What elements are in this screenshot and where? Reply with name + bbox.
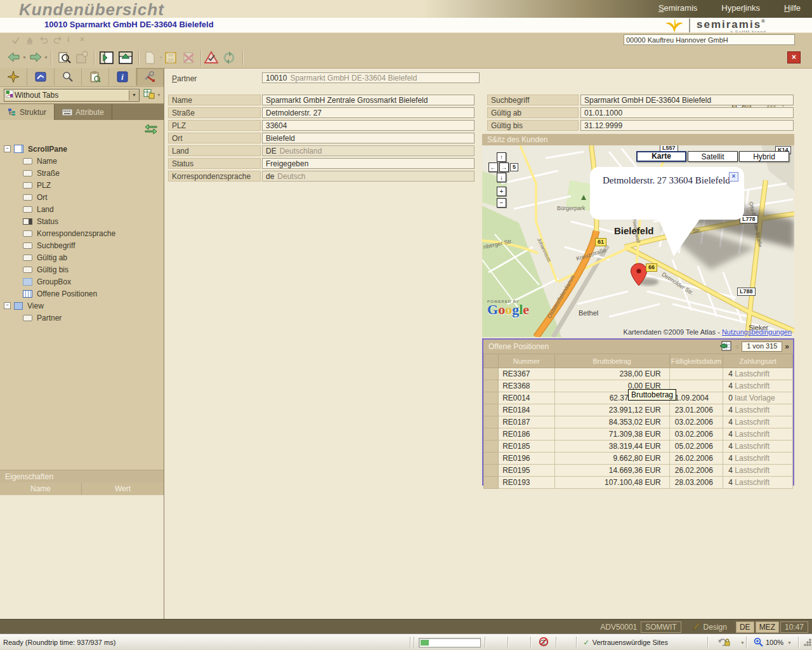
tree-item-gueltig-bis[interactable]: Gültig bis bbox=[0, 263, 164, 275]
tree-item-partner[interactable]: Partner bbox=[0, 312, 164, 324]
map-type-hybrid-button[interactable]: Hybrid bbox=[739, 151, 789, 162]
tab-search-icon[interactable] bbox=[55, 68, 82, 86]
status-language[interactable]: DE bbox=[736, 621, 754, 633]
table-row[interactable]: RE018538.319,44 EUR05.02.20064 Lastschri… bbox=[484, 441, 793, 453]
swap-icon[interactable] bbox=[145, 124, 157, 136]
export-table-icon[interactable] bbox=[719, 341, 731, 353]
tree-item-name[interactable]: Name bbox=[0, 155, 164, 167]
validate-button[interactable] bbox=[204, 51, 218, 65]
info-icon[interactable]: i bbox=[67, 35, 69, 44]
tree-item-strasse[interactable]: Straße bbox=[0, 167, 164, 179]
new-document-button[interactable] bbox=[143, 51, 156, 65]
menu-semiramis[interactable]: Semiramis bbox=[658, 3, 697, 13]
refresh-button[interactable] bbox=[222, 51, 236, 65]
menu-hilfe[interactable]: Hilfe bbox=[784, 3, 801, 13]
dock-left-button[interactable] bbox=[99, 51, 114, 65]
dock-top-button[interactable] bbox=[118, 51, 133, 65]
preview-button[interactable] bbox=[57, 51, 71, 65]
row-selector-header[interactable] bbox=[484, 354, 499, 368]
tree-item-groupbox[interactable]: GroupBox bbox=[0, 275, 164, 288]
table-row[interactable]: RE01969.662,80 EUR26.02.20064 Lastschrif… bbox=[484, 453, 793, 465]
layout-dropdown-icon[interactable]: ▼ bbox=[157, 93, 161, 97]
delete-button[interactable] bbox=[181, 51, 195, 65]
plz-field[interactable]: 33604 bbox=[262, 120, 475, 131]
status-field[interactable]: Freigegeben bbox=[262, 158, 475, 169]
tab-struktur[interactable]: Struktur bbox=[0, 104, 55, 120]
tab-tools-icon[interactable] bbox=[136, 68, 164, 86]
col-bruttobetrag[interactable]: Bruttobetrag bbox=[554, 354, 669, 368]
map-panel[interactable]: Bürgerpark Bethel Sieker Ostwestfalendam… bbox=[482, 145, 794, 337]
redo-icon[interactable] bbox=[53, 36, 62, 44]
back-dropdown-icon[interactable]: ▼ bbox=[22, 55, 27, 60]
tree-item-land[interactable]: Land bbox=[0, 203, 164, 215]
zoom-icon[interactable] bbox=[754, 637, 763, 648]
resize-grip[interactable] bbox=[803, 638, 812, 647]
tab-clipboard-icon[interactable] bbox=[82, 68, 109, 86]
name-field[interactable]: Sparmarkt GmbH Zentrale Grossmarkt Biele… bbox=[262, 95, 475, 105]
pager-position[interactable]: 1 von 315 bbox=[742, 342, 782, 352]
col-nummer[interactable]: Nummer bbox=[499, 354, 555, 368]
col-faelligkeitsdatum[interactable]: Fälligkeitsdatum bbox=[669, 354, 723, 368]
table-row[interactable]: RE0193107.100,48 EUR28.03.20064 Lastschr… bbox=[484, 477, 793, 489]
new-dropdown-icon[interactable]: ▼ bbox=[159, 55, 163, 60]
pan-left-button[interactable]: ← bbox=[488, 162, 498, 172]
close-window-button[interactable]: × bbox=[787, 51, 801, 63]
protection-dropdown-icon[interactable]: ▼ bbox=[740, 640, 745, 645]
zoom-out-button[interactable]: − bbox=[497, 198, 506, 208]
zoom-in-button[interactable]: + bbox=[497, 187, 506, 196]
view-selector-dropdown-icon[interactable]: ▼ bbox=[129, 90, 139, 100]
zoom-dropdown-icon[interactable]: ▼ bbox=[787, 640, 792, 645]
korrespondenzsprache-field[interactable]: deDeutsch bbox=[262, 171, 475, 182]
save-button[interactable] bbox=[164, 51, 178, 65]
pan-down-button[interactable]: ↓ bbox=[497, 173, 506, 182]
partner-field[interactable]: 10010Sparmarkt GmbH DE-33604 Bielefeld bbox=[262, 72, 480, 83]
properties-col-value[interactable]: Wert bbox=[82, 482, 164, 495]
land-field[interactable]: DEDeutschland bbox=[262, 145, 475, 156]
zoom-level[interactable]: 100% bbox=[766, 639, 783, 646]
pager-prev-icon[interactable]: « bbox=[735, 342, 740, 351]
cancel-icon[interactable]: × bbox=[80, 35, 84, 44]
view-selector-combobox[interactable]: Without Tabs ▼ bbox=[4, 89, 140, 102]
table-row[interactable]: RE3367238,00 EUR4 Lastschrift bbox=[484, 368, 793, 380]
table-row[interactable]: RE018671.309,38 EUR03.02.20064 Lastschri… bbox=[484, 428, 793, 441]
pan-right-button[interactable]: → bbox=[499, 162, 509, 172]
map-type-satellit-button[interactable]: Satellit bbox=[688, 151, 738, 162]
nutzungsbedingungen-link[interactable]: Nutzungsbedingungen bbox=[722, 328, 792, 336]
forward-dropdown-icon[interactable]: ▼ bbox=[44, 55, 48, 60]
tree-item-korrespondenzsprache[interactable]: Korrespondenzsprache bbox=[0, 227, 164, 239]
forward-button[interactable] bbox=[29, 52, 42, 62]
col-zahlungsart[interactable]: Zahlungsart bbox=[723, 354, 793, 368]
properties-col-name[interactable]: Name bbox=[0, 482, 82, 495]
tab-info-icon[interactable]: i bbox=[109, 68, 136, 86]
tree-item-plz[interactable]: PLZ bbox=[0, 179, 164, 191]
table-row[interactable]: RE018423.991,12 EUR23.01.20064 Lastschri… bbox=[484, 404, 793, 416]
pager-next-icon[interactable]: » bbox=[785, 342, 789, 351]
table-row[interactable]: RE019514.669,36 EUR26.02.20064 Lastschri… bbox=[484, 465, 793, 477]
pan-up-button[interactable]: ↑ bbox=[497, 152, 506, 162]
tab-editor-icon[interactable] bbox=[27, 68, 55, 86]
map-type-karte-button[interactable]: Karte bbox=[636, 151, 686, 162]
bubble-close-icon[interactable]: × bbox=[729, 172, 738, 182]
undo-icon[interactable] bbox=[39, 36, 48, 44]
tree-item-ort[interactable]: Ort bbox=[0, 191, 164, 203]
organization-input[interactable] bbox=[624, 34, 795, 45]
privacy-icon[interactable] bbox=[533, 637, 554, 648]
tab-attribute[interactable]: Attribute bbox=[55, 104, 112, 120]
save-note-button[interactable] bbox=[75, 51, 89, 65]
collapse-icon[interactable]: − bbox=[4, 145, 11, 152]
collapse-icon[interactable]: − bbox=[4, 302, 11, 309]
hand-icon[interactable] bbox=[25, 36, 34, 44]
gueltig-bis-field[interactable]: 31.12.9999 bbox=[580, 120, 794, 131]
layout-save-button[interactable] bbox=[143, 89, 155, 101]
security-zone-text[interactable]: Vertrauenswürdige Sites bbox=[593, 639, 668, 646]
tree-item-view[interactable]: −View bbox=[0, 300, 164, 312]
tab-new-icon[interactable] bbox=[0, 68, 27, 86]
confirm-icon[interactable] bbox=[11, 36, 20, 44]
tree-item-suchbegriff[interactable]: Suchbegriff bbox=[0, 239, 164, 251]
tree-item-status[interactable]: Status bbox=[0, 215, 164, 227]
gueltig-ab-field[interactable]: 01.01.1000 bbox=[580, 107, 794, 118]
tree-item-offene-positionen[interactable]: Offene Positionen bbox=[0, 288, 164, 300]
refresh-protection-icon[interactable] bbox=[710, 637, 739, 648]
strasse-field[interactable]: Detmolderstr. 27 bbox=[262, 107, 475, 118]
ort-field[interactable]: Bielefeld bbox=[262, 133, 475, 143]
